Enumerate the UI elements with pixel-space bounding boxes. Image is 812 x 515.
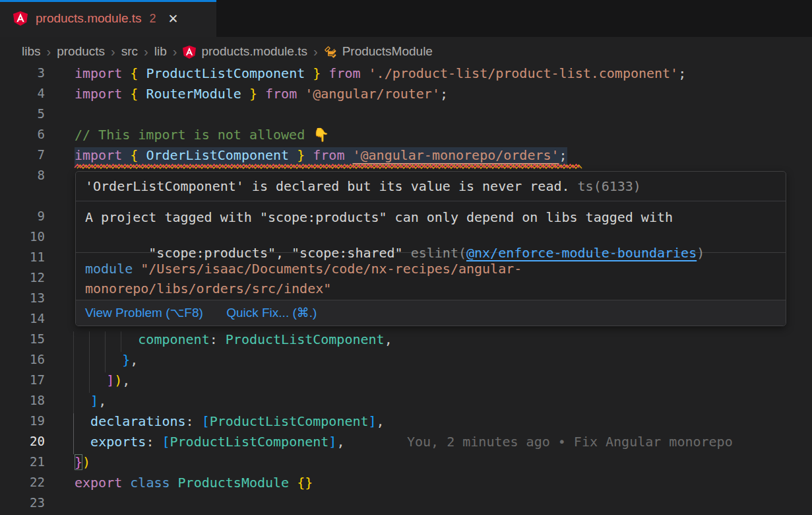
chevron-right-icon: › — [111, 44, 115, 59]
line-number-12: 12 — [0, 270, 45, 291]
line-number-10: 10 — [0, 229, 45, 250]
indent-guide — [73, 372, 74, 393]
line-number-7: 7 — [0, 147, 45, 168]
line-number-14: 14 — [0, 311, 45, 331]
breadcrumb-symbol[interactable]: ProductsModule — [342, 44, 433, 59]
line-number-11: 11 — [0, 250, 45, 270]
tab-problems-badge: 2 — [150, 12, 156, 26]
angular-icon — [183, 46, 196, 59]
problem-hover-popup: 'OrderListComponent' is declared but its… — [75, 171, 786, 326]
code-line-4[interactable]: import { RouterModule } from '@angular/r… — [75, 86, 448, 106]
error-squiggle — [75, 164, 577, 169]
diagnostic-message-ts: 'OrderListComponent' is declared but its… — [85, 178, 578, 194]
code-line-21[interactable]: }) — [75, 454, 90, 475]
breadcrumb-file[interactable]: products.module.ts — [201, 44, 307, 59]
module-keyword: module — [85, 261, 133, 277]
code-line-7[interactable]: import { OrderListComponent } from '@ang… — [75, 147, 567, 168]
code-line-6[interactable]: // This import is not allowed 👇 — [75, 127, 329, 147]
line-number-17: 17 — [0, 372, 45, 393]
code-line-18[interactable]: ], — [75, 393, 106, 413]
hover-eslint-diagnostic: A project tagged with "scope:products" c… — [76, 201, 786, 252]
line-number-21: 21 — [0, 454, 45, 475]
indent-guide — [73, 352, 74, 372]
line-number-22: 22 — [0, 475, 45, 495]
line-number-5: 5 — [0, 106, 45, 127]
code-line-17[interactable]: ]), — [75, 372, 130, 393]
indent-guide — [73, 393, 74, 413]
line-number-4: 4 — [0, 86, 45, 106]
code-line-15[interactable]: component: ProductListComponent, — [75, 331, 392, 352]
git-blame-annotation: You, 2 minutes ago • Fix Angular monorep… — [407, 434, 733, 454]
close-icon[interactable]: ✕ — [168, 11, 179, 26]
line-number-9: 9 — [0, 209, 45, 229]
line-number-23: 23 — [0, 495, 45, 515]
code-line-3[interactable]: import { ProductListComponent } from './… — [75, 65, 686, 86]
code-line-16[interactable]: }, — [75, 352, 138, 372]
indent-guide-active — [73, 434, 74, 454]
breadcrumb: libs›products›src›lib› products.module.t… — [0, 37, 812, 66]
line-number-20: 20 — [0, 434, 45, 454]
chevron-right-icon: › — [144, 44, 148, 59]
tab-bar: products.module.ts 2 ✕ — [0, 0, 812, 37]
tab-title: products.module.ts — [36, 11, 142, 26]
hover-ts-diagnostic: 'OrderListComponent' is declared but its… — [76, 172, 786, 201]
class-symbol-icon — [324, 46, 337, 59]
code-line-20[interactable]: exports: [ProductListComponent], — [75, 434, 344, 454]
hover-status-bar: View Problem (⌥F8) Quick Fix... (⌘.) — [76, 300, 786, 326]
line-number-8: 8 — [0, 168, 45, 188]
eslint-message-line1: A project tagged with "scope:products" c… — [85, 209, 776, 226]
breadcrumb-segment[interactable]: libs — [22, 44, 41, 59]
line-number-6: 6 — [0, 127, 45, 147]
chevron-right-icon: › — [47, 44, 51, 59]
indent-guide-active — [73, 413, 74, 434]
line-number-3: 3 — [0, 65, 45, 86]
line-number-16: 16 — [0, 352, 45, 372]
breadcrumb-segment[interactable]: lib — [154, 44, 167, 59]
active-tab-indicator — [0, 0, 216, 2]
chevron-right-icon: › — [173, 44, 177, 59]
breadcrumb-segment[interactable]: src — [121, 44, 138, 59]
indent-guide — [73, 331, 74, 352]
breadcrumb-segment[interactable]: products — [57, 44, 105, 59]
quick-fix-action[interactable]: Quick Fix... (⌘.) — [226, 306, 317, 320]
line-number-19: 19 — [0, 413, 45, 434]
chevron-right-icon: › — [313, 44, 318, 59]
tab-products-module[interactable]: products.module.ts 2 ✕ — [0, 0, 216, 37]
angular-icon — [13, 11, 28, 26]
line-number-15: 15 — [0, 331, 45, 352]
view-problem-action[interactable]: View Problem (⌥F8) — [85, 306, 203, 320]
line-number-18: 18 — [0, 393, 45, 413]
diagnostic-source-ts: ts(6133) — [578, 178, 641, 194]
line-number-13: 13 — [0, 291, 45, 311]
code-line-19[interactable]: declarations: [ProductListComponent], — [75, 413, 385, 434]
breadcrumb-segments: libs›products›src›lib› — [22, 44, 183, 59]
code-line-22[interactable]: export class ProductsModule {} — [75, 475, 313, 495]
